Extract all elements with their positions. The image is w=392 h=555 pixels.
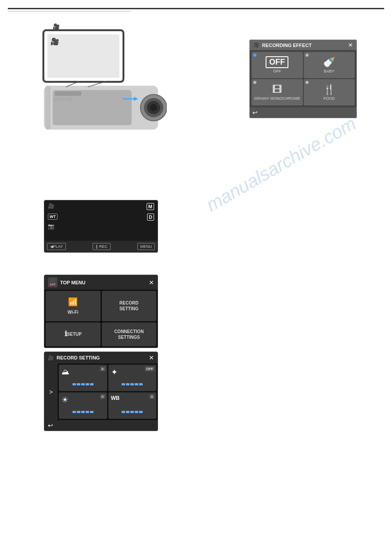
setting-wb-cell[interactable]: WB A (108, 392, 157, 419)
effect-grainy-dot (253, 81, 256, 84)
recording-effect-header: 🎥 RECORDING EFFECT ✕ (250, 40, 356, 50)
recording-effect-title: RECORDING EFFECT (262, 43, 312, 48)
effect-off-cell[interactable]: OFF OFF (252, 52, 303, 78)
top-menu-record-setting-item[interactable]: RECORDSETTING (102, 291, 157, 321)
connection-settings-label: CONNECTIONSETTINGS (114, 329, 144, 340)
record-setting-title: RECORD SETTING (57, 355, 100, 360)
top-menu-off-badge: OFF (50, 283, 56, 287)
effect-food-label: FOOD (324, 96, 335, 101)
effect-off-dot (253, 54, 256, 57)
record-setting-header: 🎥 RECORD SETTING ✕ (44, 352, 158, 363)
setting-scene-cell[interactable]: ⛰ A (59, 365, 107, 391)
record-setting-grid: ⛰ A ✦ OFF (58, 363, 158, 420)
record-setting-panel: 🎥 RECORD SETTING ✕ > ⛰ A (44, 352, 158, 431)
effect-baby-cell[interactable]: 🍼 BABY (304, 52, 355, 78)
top-border-thick (8, 8, 384, 9)
record-setting-back-arrow[interactable]: ↩ (48, 422, 53, 429)
recording-effect-cam-icon: 🎥 (253, 42, 259, 48)
record-setting-nav-arrow[interactable]: > (49, 388, 53, 395)
menu-button[interactable]: MENU (137, 243, 155, 250)
wifi-icon: 📶 (68, 297, 78, 307)
effect-food-cell[interactable]: 🍴 FOOD (304, 79, 355, 105)
svg-point-8 (150, 104, 157, 111)
effect-food-dot (306, 81, 309, 84)
top-menu-grid: 📶 Wi-Fi RECORDSETTING ℹ SETUP CONNECTION… (44, 290, 158, 347)
record-setting-label: RECORDSETTING (119, 300, 138, 312)
top-menu-setup-item[interactable]: ℹ SETUP (46, 323, 101, 346)
effect-dots (122, 383, 143, 385)
effect-off-text: OFF (266, 56, 288, 68)
effect-grainy-icon: 🎞 (272, 84, 282, 95)
effect-grainy-cell[interactable]: 🎞 GRAINY MONOCHROME (252, 79, 303, 105)
svg-rect-12 (55, 98, 72, 101)
wt-badge: WT (48, 214, 58, 220)
setting-brightness-cell[interactable]: ☀ A (59, 392, 107, 419)
scene-icon: ⛰ (61, 367, 69, 377)
scene-badge: A (100, 366, 105, 371)
recording-screen: 🎥 M WT D 📷 ◀PLAY ‖ REC MENU (44, 200, 158, 253)
top-menu-cam-icon: 🎥 (50, 278, 55, 283)
top-menu-wifi-item[interactable]: 📶 Wi-Fi (46, 291, 101, 321)
watermark: manualsarchive.com (203, 113, 360, 216)
effect-baby-label: BABY (324, 69, 334, 74)
record-setting-nav-col: > (44, 363, 58, 420)
top-menu-title: TOP MENU (60, 280, 86, 285)
recording-effect-grid: OFF OFF 🍼 BABY 🎞 GRAINY MONOCHROME 🍴 FOO… (250, 50, 356, 107)
effect-icon: ✦ (111, 367, 118, 377)
top-border-thin (8, 11, 131, 11)
brightness-dots (72, 411, 94, 413)
d-badge: D (147, 214, 154, 221)
scene-dots (72, 383, 94, 385)
setup-label: SETUP (67, 331, 82, 337)
top-menu-header: 🎥 OFF TOP MENU ✕ (44, 275, 158, 290)
rec-screen-inner: 🎥 M WT D 📷 ◀PLAY ‖ REC MENU (44, 200, 158, 252)
top-menu-close-button[interactable]: ✕ (149, 279, 154, 286)
top-menu-header-left: 🎥 OFF TOP MENU (48, 277, 86, 287)
play-button[interactable]: ◀PLAY (47, 243, 66, 250)
wb-icon: WB (111, 395, 120, 401)
recording-effect-header-left: 🎥 RECORDING EFFECT (253, 42, 312, 48)
top-menu-connection-item[interactable]: CONNECTIONSETTINGS (102, 323, 157, 346)
effect-grainy-label: GRAINY MONOCHROME (254, 96, 300, 101)
record-setting-cam-icon: 🎥 (48, 355, 54, 361)
svg-rect-10 (45, 86, 50, 130)
wb-dots (122, 411, 143, 413)
record-setting-back-section: ↩ (44, 420, 158, 431)
wb-badge: A (149, 394, 155, 399)
effect-badge: OFF (145, 366, 155, 371)
effect-baby-icon: 🍼 (323, 57, 335, 68)
record-setting-content: > ⛰ A ✦ OFF (44, 363, 158, 420)
record-setting-close-button[interactable]: ✕ (149, 354, 154, 361)
rec-mode-badge: M (147, 203, 154, 210)
top-menu-panel: 🎥 OFF TOP MENU ✕ 📶 Wi-Fi RECORDSETTING ℹ… (44, 275, 158, 348)
recording-effect-panel: 🎥 RECORDING EFFECT ✕ OFF OFF 🍼 BABY 🎞 GR… (249, 40, 357, 118)
recording-effect-close-button[interactable]: ✕ (348, 42, 353, 48)
svg-rect-11 (55, 91, 81, 96)
recording-effect-back-arrow[interactable]: ↩ (252, 109, 258, 116)
svg-text:🎥: 🎥 (50, 37, 59, 46)
rec-bottom-bar: ◀PLAY ‖ REC MENU (44, 241, 158, 252)
svg-text:🎥: 🎥 (53, 23, 60, 30)
rec-cam-icon: 🎥 (48, 203, 54, 209)
record-setting-header-left: 🎥 RECORD SETTING (48, 355, 100, 361)
brightness-icon: ☀ (61, 395, 68, 405)
recording-effect-back-row: ↩ (250, 107, 356, 118)
setting-effect-cell[interactable]: ✦ OFF (108, 365, 157, 391)
brightness-badge: A (100, 394, 105, 399)
wifi-label: Wi-Fi (68, 309, 78, 315)
top-menu-side-icon-group: 🎥 OFF (48, 277, 58, 287)
effect-baby-dot (306, 54, 309, 57)
effect-food-icon: 🍴 (323, 84, 335, 95)
cam-icon-left: 📷 (48, 223, 54, 229)
camera-illustration: 🎥 🎥 (18, 22, 167, 149)
effect-off-label: OFF (273, 69, 281, 74)
rec-button[interactable]: ‖ REC (93, 243, 111, 250)
record-setting-main-grid: ⛰ A ✦ OFF (58, 363, 158, 420)
